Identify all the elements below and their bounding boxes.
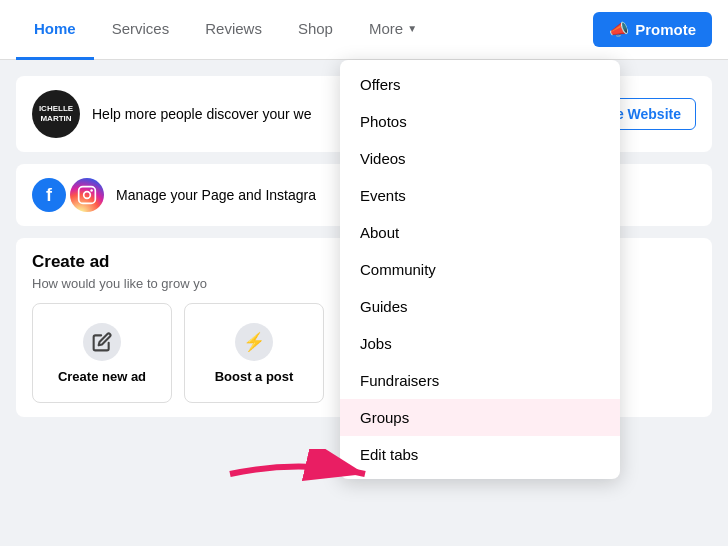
dropdown-item-jobs[interactable]: Jobs [340, 325, 620, 362]
pointing-arrow-icon [220, 449, 380, 499]
dropdown-item-about[interactable]: About [340, 214, 620, 251]
tab-shop[interactable]: Shop [280, 0, 351, 60]
navbar: Home Services Reviews Shop More ▼ 📣 Prom… [0, 0, 728, 60]
dropdown-item-events[interactable]: Events [340, 177, 620, 214]
promote-button[interactable]: 📣 Promote [593, 12, 712, 47]
dropdown-item-community[interactable]: Community [340, 251, 620, 288]
dropdown-item-fundraisers[interactable]: Fundraisers [340, 362, 620, 399]
create-new-ad-card[interactable]: Create new ad [32, 303, 172, 403]
tab-reviews[interactable]: Reviews [187, 0, 280, 60]
dropdown-menu: Offers Photos Videos Events About Commun… [340, 60, 620, 479]
boost-post-label: Boost a post [215, 369, 294, 384]
svg-point-1 [84, 192, 91, 199]
svg-rect-0 [79, 187, 96, 204]
manage-text: Manage your Page and Instagra [116, 187, 316, 203]
dropdown-item-edit-tabs[interactable]: Edit tabs [340, 436, 620, 473]
dropdown-item-groups[interactable]: Groups [340, 399, 620, 436]
dropdown-item-offers[interactable]: Offers [340, 66, 620, 103]
instagram-icon [70, 178, 104, 212]
facebook-icon: f [32, 178, 66, 212]
tab-home[interactable]: Home [16, 0, 94, 60]
nav-tabs: Home Services Reviews Shop More ▼ [16, 0, 435, 60]
dropdown-item-videos[interactable]: Videos [340, 140, 620, 177]
social-icons: f [32, 178, 104, 212]
boost-post-card[interactable]: ⚡ Boost a post [184, 303, 324, 403]
arrow-indicator [220, 449, 380, 503]
create-new-ad-label: Create new ad [58, 369, 146, 384]
tab-services[interactable]: Services [94, 0, 188, 60]
boost-post-icon: ⚡ [235, 323, 273, 361]
dropdown-item-photos[interactable]: Photos [340, 103, 620, 140]
avatar: ICHELLEMARTIN [32, 90, 80, 138]
tab-more[interactable]: More ▼ [351, 0, 435, 60]
dropdown-item-guides[interactable]: Guides [340, 288, 620, 325]
svg-point-2 [90, 189, 93, 192]
create-ad-icon [83, 323, 121, 361]
chevron-down-icon: ▼ [407, 23, 417, 34]
megaphone-icon: 📣 [609, 20, 629, 39]
